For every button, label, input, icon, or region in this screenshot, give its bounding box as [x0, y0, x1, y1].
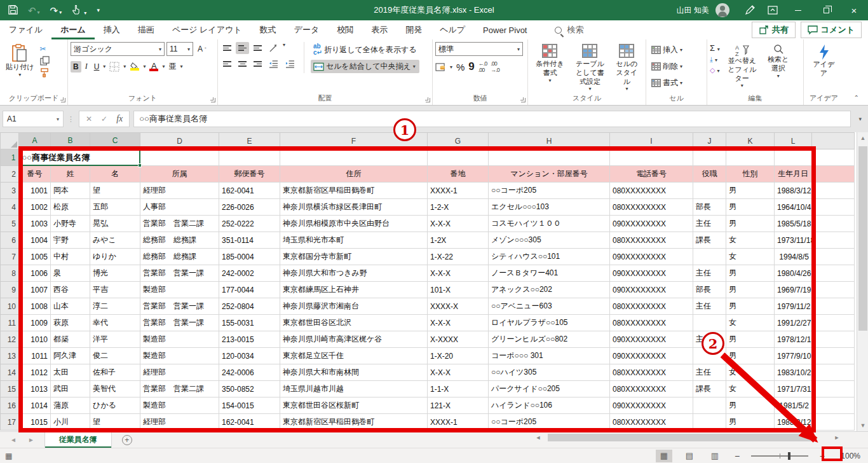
cell[interactable]: 1005: [19, 249, 51, 265]
underline-button[interactable]: U: [92, 61, 102, 73]
cell[interactable]: 蒲原: [51, 397, 90, 414]
cell[interactable]: 1008: [19, 298, 51, 315]
cell[interactable]: 西谷: [51, 282, 90, 298]
clear-button[interactable]: ◇ ▾: [710, 66, 720, 74]
tab-ページ レイアウト[interactable]: ページ レイアウト: [163, 20, 251, 39]
cell[interactable]: コスモハイツ１００: [489, 216, 610, 232]
autosum-button[interactable]: Σ ▾: [710, 43, 720, 53]
row-header-10[interactable]: 10: [1, 298, 19, 315]
zoom-slider-thumb[interactable]: [788, 452, 790, 460]
cell[interactable]: 小野寺: [51, 216, 90, 232]
column-header-J[interactable]: J: [693, 133, 726, 149]
cell[interactable]: [812, 249, 855, 265]
name-box-caret[interactable]: ▾: [57, 116, 59, 122]
cell[interactable]: 1980/4/26: [775, 265, 812, 282]
cell[interactable]: 1012: [19, 364, 51, 381]
cell[interactable]: [812, 149, 855, 166]
bold-button[interactable]: B: [71, 61, 81, 73]
orientation-button[interactable]: [266, 42, 281, 54]
cell[interactable]: [812, 414, 855, 431]
column-header-B[interactable]: B: [51, 133, 90, 149]
cell[interactable]: 1004: [19, 232, 51, 249]
cell[interactable]: 五郎: [90, 199, 140, 216]
cell[interactable]: [812, 298, 855, 315]
fill-color-button[interactable]: [127, 61, 142, 72]
cell[interactable]: 番号: [19, 166, 51, 183]
cell[interactable]: 1-X-22: [428, 249, 489, 265]
cell[interactable]: メゾン○○○305: [489, 232, 610, 249]
cell[interactable]: 185-0004: [219, 249, 280, 265]
horizontal-scrollbar[interactable]: ◄ ►: [532, 433, 843, 442]
minimize-button[interactable]: [784, 0, 812, 20]
confirm-entry-icon[interactable]: ✓: [101, 114, 107, 123]
borders-button[interactable]: [107, 60, 122, 73]
align-left-button[interactable]: [220, 59, 234, 69]
row-header-17[interactable]: 17: [1, 414, 19, 431]
cell[interactable]: [219, 149, 280, 166]
cell[interactable]: X-X-X: [428, 265, 489, 282]
cell[interactable]: ロイヤルプラザ○○105: [489, 315, 610, 331]
column-header-E[interactable]: E: [219, 133, 280, 149]
number-format-combo[interactable]: 標準▾: [435, 42, 523, 56]
cell[interactable]: 120-0034: [219, 348, 280, 364]
cell[interactable]: 主任: [693, 364, 726, 381]
cell[interactable]: 080XXXXXXXX: [610, 199, 693, 216]
cell[interactable]: 営業部 営業一課: [140, 265, 219, 282]
tab-ホーム[interactable]: ホーム: [51, 20, 95, 39]
cell[interactable]: 営業部 営業一課: [140, 298, 219, 315]
tab-データ[interactable]: データ: [285, 20, 329, 39]
cell[interactable]: 226-0026: [219, 199, 280, 216]
cell[interactable]: 162-0041: [219, 414, 280, 431]
row-header-11[interactable]: 11: [1, 315, 19, 331]
grow-font-button[interactable]: Aˆ: [195, 42, 209, 56]
cell[interactable]: 女: [726, 232, 775, 249]
cell[interactable]: 神奈川県藤沢市湘南台: [280, 298, 428, 315]
cell[interactable]: 252-0222: [219, 216, 280, 232]
scroll-down-icon[interactable]: ▼: [857, 420, 868, 431]
cell[interactable]: 177-0044: [219, 282, 280, 298]
cell[interactable]: 1009: [19, 315, 51, 331]
cell[interactable]: 1981/5/2: [775, 397, 812, 414]
cell[interactable]: 住所: [280, 166, 428, 183]
cell[interactable]: 東京都足立区千住: [280, 348, 428, 364]
cell[interactable]: 252-0804: [219, 298, 280, 315]
cell[interactable]: 東京都世田谷区北沢: [280, 315, 428, 331]
title-cell[interactable]: ○○商事従業員名簿: [19, 149, 140, 166]
restore-button[interactable]: [812, 0, 840, 20]
insert-function-icon[interactable]: fx: [116, 114, 123, 124]
search-box[interactable]: 検索: [555, 20, 583, 39]
cell[interactable]: 都築: [51, 331, 90, 348]
cell[interactable]: 女: [726, 381, 775, 397]
cell[interactable]: 1011: [19, 348, 51, 364]
cell[interactable]: [812, 331, 855, 348]
cell[interactable]: [693, 397, 726, 414]
cell[interactable]: 1-2X: [428, 232, 489, 249]
cell[interactable]: 番地: [428, 166, 489, 183]
sheet-nav-left-icon[interactable]: ◄: [10, 436, 17, 443]
cell[interactable]: ひかる: [90, 397, 140, 414]
row-header-14[interactable]: 14: [1, 364, 19, 381]
cell[interactable]: 213-0015: [219, 331, 280, 348]
cell[interactable]: 主任: [693, 216, 726, 232]
cell[interactable]: [610, 149, 693, 166]
cell[interactable]: 154-0015: [219, 397, 280, 414]
sheet-tab-active[interactable]: 従業員名簿: [44, 432, 112, 448]
row-header-5[interactable]: 5: [1, 216, 19, 232]
cell[interactable]: 1994/8/5: [775, 249, 812, 265]
cell[interactable]: 東京都世田谷区桜新町: [280, 397, 428, 414]
cell[interactable]: 1983/10/29: [775, 364, 812, 381]
cell[interactable]: [428, 149, 489, 166]
ribbon-display-options-icon[interactable]: [761, 0, 784, 20]
decrease-indent-button[interactable]: [266, 59, 281, 69]
normal-view-button[interactable]: ▦: [656, 450, 672, 462]
cell[interactable]: 営業部 営業一課: [140, 315, 219, 331]
cell[interactable]: [693, 315, 726, 331]
cell[interactable]: [693, 183, 726, 199]
cell[interactable]: 太田: [51, 364, 90, 381]
cell[interactable]: 洋平: [90, 331, 140, 348]
zoom-level[interactable]: 100%: [836, 452, 860, 460]
cell[interactable]: 佐和子: [90, 364, 140, 381]
cell[interactable]: 阿久津: [51, 348, 90, 364]
row-header-4[interactable]: 4: [1, 199, 19, 216]
cell[interactable]: 090XXXXXXXX: [610, 249, 693, 265]
